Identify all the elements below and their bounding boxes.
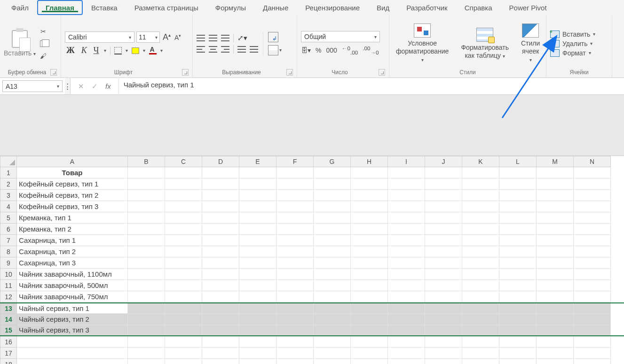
cell[interactable] — [128, 235, 165, 246]
cell[interactable]: Кофейный сервиз, тип 3 — [17, 201, 128, 212]
cell[interactable] — [351, 167, 388, 178]
column-header[interactable]: M — [537, 156, 574, 167]
conditional-formatting-button[interactable]: Условное форматирование ▾ — [393, 23, 451, 64]
cell[interactable] — [388, 303, 425, 314]
cell[interactable] — [128, 359, 165, 364]
row-header[interactable]: 1 — [0, 167, 17, 178]
cell[interactable] — [128, 291, 165, 302]
cell[interactable]: Чайный сервиз, тип 1 — [17, 303, 128, 314]
cell[interactable] — [17, 336, 128, 348]
cell[interactable] — [462, 190, 499, 201]
wrap-text-icon[interactable] — [268, 32, 278, 42]
paste-button[interactable]: Вставить ▾ — [4, 30, 36, 57]
cell[interactable] — [499, 348, 537, 359]
orientation-icon[interactable]: ⤢▾ — [237, 34, 247, 42]
cell[interactable] — [202, 348, 239, 359]
cell[interactable] — [425, 201, 462, 212]
cell[interactable] — [202, 224, 239, 235]
cell[interactable] — [574, 359, 611, 364]
cell[interactable] — [388, 325, 425, 335]
cell[interactable] — [388, 336, 425, 348]
cell[interactable] — [128, 212, 165, 224]
cell[interactable] — [314, 224, 351, 235]
dialog-launcher-icon[interactable] — [286, 69, 293, 76]
cell[interactable] — [165, 359, 202, 364]
cell[interactable] — [574, 212, 611, 224]
cell[interactable] — [388, 269, 425, 280]
cell[interactable] — [462, 348, 499, 359]
cell[interactable] — [462, 325, 499, 335]
cell[interactable] — [351, 201, 388, 212]
format-painter-icon[interactable] — [39, 51, 48, 61]
decrease-font-icon[interactable]: A▾ — [174, 33, 182, 41]
cell[interactable] — [425, 348, 462, 359]
cell[interactable] — [239, 303, 276, 314]
cell[interactable] — [239, 212, 276, 224]
bold-button[interactable]: Ж — [65, 46, 76, 55]
column-header[interactable]: G — [314, 156, 351, 167]
cell[interactable] — [537, 325, 574, 335]
cell[interactable] — [165, 325, 202, 335]
tab-вид[interactable]: Вид — [368, 0, 398, 15]
row-header[interactable]: 3 — [0, 190, 17, 201]
cell[interactable] — [388, 201, 425, 212]
row-header[interactable]: 6 — [0, 224, 17, 235]
cell[interactable]: Креманка, тип 2 — [17, 224, 128, 235]
cell[interactable] — [388, 224, 425, 235]
cell[interactable] — [537, 291, 574, 302]
cell[interactable] — [165, 190, 202, 201]
cell[interactable] — [165, 212, 202, 224]
cell[interactable] — [462, 269, 499, 280]
cell[interactable] — [537, 303, 574, 314]
cell[interactable] — [351, 314, 388, 325]
tab-главная[interactable]: Главная — [37, 0, 83, 15]
tab-разметка-страницы[interactable]: Разметка страницы — [126, 0, 207, 15]
cell[interactable] — [499, 303, 537, 314]
cell[interactable] — [276, 246, 314, 257]
cell[interactable] — [425, 280, 462, 291]
cell[interactable] — [537, 246, 574, 257]
cell[interactable] — [314, 359, 351, 364]
cell[interactable] — [574, 325, 611, 335]
cell[interactable] — [239, 336, 276, 348]
cell[interactable] — [128, 246, 165, 257]
cell[interactable] — [351, 224, 388, 235]
cell[interactable] — [276, 291, 314, 302]
align-top-icon[interactable] — [197, 35, 205, 41]
cell[interactable] — [499, 280, 537, 291]
cell[interactable] — [425, 314, 462, 325]
row-header[interactable]: 2 — [0, 178, 17, 190]
align-center-icon[interactable] — [209, 46, 217, 53]
column-header[interactable]: L — [499, 156, 537, 167]
tab-вставка[interactable]: Вставка — [83, 0, 126, 15]
cell[interactable] — [314, 325, 351, 335]
cell[interactable] — [462, 212, 499, 224]
cell[interactable] — [388, 291, 425, 302]
cell[interactable] — [351, 303, 388, 314]
cell[interactable] — [202, 314, 239, 325]
cell[interactable] — [574, 224, 611, 235]
align-left-icon[interactable] — [197, 46, 205, 53]
cell[interactable] — [499, 257, 537, 269]
cell[interactable] — [499, 167, 537, 178]
cell[interactable] — [276, 178, 314, 190]
cell[interactable] — [537, 235, 574, 246]
cell[interactable] — [239, 314, 276, 325]
cell[interactable] — [537, 314, 574, 325]
cell[interactable] — [499, 291, 537, 302]
cell[interactable] — [128, 325, 165, 335]
tab-разработчик[interactable]: Разработчик — [398, 0, 456, 15]
cell[interactable] — [239, 190, 276, 201]
cell[interactable] — [314, 348, 351, 359]
cell[interactable]: Кофейный сервиз, тип 1 — [17, 178, 128, 190]
dialog-launcher-icon[interactable] — [50, 69, 57, 76]
cell[interactable] — [499, 246, 537, 257]
underline-button[interactable]: Ч — [92, 46, 101, 55]
cell[interactable] — [165, 246, 202, 257]
cell[interactable] — [425, 246, 462, 257]
cell[interactable] — [202, 269, 239, 280]
increase-font-icon[interactable]: A▴ — [162, 32, 172, 42]
cell[interactable] — [574, 167, 611, 178]
cell[interactable] — [276, 167, 314, 178]
tab-справка[interactable]: Справка — [456, 0, 501, 15]
